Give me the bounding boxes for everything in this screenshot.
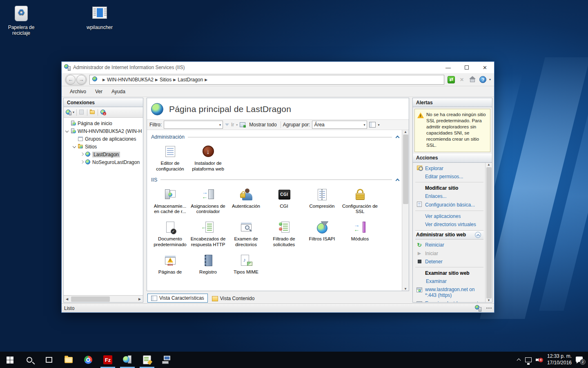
action-browse-lastdragon-443[interactable]: Examinar lastdragon.net on *:443 (https) <box>415 299 485 302</box>
tab-content-view[interactable]: Vista Contenido <box>209 294 258 303</box>
help-button[interactable]: ? <box>479 76 488 84</box>
connect-server-icon[interactable] <box>65 109 71 115</box>
scroll-down-icon[interactable]: ▼ <box>402 287 409 291</box>
start-button[interactable] <box>0 352 20 368</box>
breadcrumb-site[interactable]: LastDragon <box>178 77 203 83</box>
scroll-down-icon[interactable]: ▼ <box>486 298 492 302</box>
minimize-button[interactable]: — <box>439 62 457 73</box>
feature-logging[interactable]: Registro <box>189 250 227 278</box>
scrollbar-thumb[interactable] <box>71 296 110 302</box>
breadcrumb-sites[interactable]: Sitios <box>160 77 172 83</box>
breadcrumb[interactable]: ▶ WIN-HNVN0BUK5A2 ▶ Sitios ▶ LastDragon … <box>89 75 444 85</box>
feature-isapi-filters[interactable]: Filtros ISAPI <box>303 217 341 250</box>
desktop-icon-recycle-bin[interactable]: ♻ Papelera de reciclaje <box>2 3 41 36</box>
feature-authentication[interactable]: Autenticación <box>227 184 265 218</box>
installer-button[interactable] <box>157 352 176 368</box>
scroll-up-icon[interactable]: ▲ <box>486 163 492 166</box>
scrollbar-thumb[interactable] <box>403 135 408 204</box>
network-icon[interactable] <box>525 357 532 362</box>
go-button[interactable]: Ir <box>231 122 234 128</box>
disconnect-icon[interactable]: ✕ <box>100 109 106 115</box>
action-basic-settings[interactable]: Configuración básica... <box>415 200 485 209</box>
actions-scrollbar[interactable]: ▲ ▼ <box>485 163 492 302</box>
tree-item-start-page[interactable]: Página de inicio <box>64 119 143 127</box>
iis-manager-button[interactable] <box>118 352 137 368</box>
feature-cgi[interactable]: CGI CGI <box>265 184 303 218</box>
up-folder-icon[interactable] <box>89 109 96 115</box>
view-dropdown-icon[interactable]: ▾ <box>378 123 379 127</box>
feature-modules[interactable]: →← Módulos <box>341 217 379 250</box>
go-dropdown-icon[interactable]: ▾ <box>236 123 238 127</box>
collapse-chevron-icon[interactable] <box>80 153 84 156</box>
action-edit-permissions[interactable]: Editar permisos... <box>415 173 485 181</box>
scroll-up-icon[interactable]: ▲ <box>402 130 409 134</box>
speaker-muted-icon[interactable]: ✕ <box>536 357 543 363</box>
menu-help[interactable]: Ayuda <box>107 88 129 96</box>
group-by-select[interactable]: Área ▾ <box>312 121 367 129</box>
maximize-button[interactable] <box>457 62 476 73</box>
taskbar-clock[interactable]: 12:33 p. m. 17/10/2016 <box>547 353 572 366</box>
task-view-button[interactable] <box>39 352 59 368</box>
feature-http-response-headers[interactable]: ← Encabezados de respuesta HTTP <box>189 217 227 250</box>
manage-website-group[interactable]: Administrar sitio web <box>415 230 483 240</box>
search-button[interactable] <box>20 352 39 368</box>
tree-item-server[interactable]: WIN-HNVN0BUK5A2 (WIN-H <box>64 127 143 135</box>
chrome-button[interactable] <box>78 352 98 368</box>
action-view-applications[interactable]: Ver aplicaciones <box>415 212 485 220</box>
action-view-virtual-dirs[interactable]: Ver directorios virtuales <box>415 220 485 229</box>
action-stop[interactable]: Detener <box>415 258 485 266</box>
view-options-icon[interactable] <box>369 122 376 128</box>
refresh-button[interactable]: ⇄ <box>447 76 456 84</box>
collapse-chevron-icon[interactable] <box>80 160 84 164</box>
feature-directory-browsing[interactable]: Examen de directorios <box>227 217 265 250</box>
action-browse[interactable]: Examinar <box>415 277 485 285</box>
section-collapse-icon[interactable] <box>395 178 399 182</box>
feature-error-pages[interactable]: 404 Páginas de <box>151 250 189 278</box>
collapse-group-icon[interactable] <box>475 232 481 238</box>
connect-dropdown-icon[interactable]: ▾ <box>73 110 74 114</box>
expand-chevron-icon[interactable] <box>65 129 69 133</box>
filezilla-button[interactable]: Fz <box>98 352 118 368</box>
feature-mime-types[interactable]: ♪ Tipos MIME <box>227 250 265 278</box>
file-explorer-button[interactable] <box>59 352 78 368</box>
forward-button[interactable]: → <box>76 75 86 85</box>
action-browse-www-443[interactable]: www.lastdragon.net on *:443 (https) <box>415 285 485 299</box>
scrollbar-thumb[interactable] <box>486 167 492 298</box>
horizontal-scrollbar[interactable]: ◀ ▶ <box>64 295 143 302</box>
feature-handler-mappings[interactable]: →← Asignaciones de controlador <box>189 184 227 218</box>
home-button[interactable] <box>468 76 477 84</box>
feature-web-platform-installer[interactable]: ↓ Instalador de plataforma web <box>189 141 227 175</box>
tree-item-lastdragon[interactable]: LastDragon <box>64 150 143 158</box>
feature-ssl-settings[interactable]: Configuración de SSL <box>341 184 379 218</box>
action-explore[interactable]: Explorar <box>415 164 485 173</box>
action-restart[interactable]: ↻Reiniciar <box>415 240 485 249</box>
breadcrumb-server[interactable]: WIN-HNVN0BUK5A2 <box>107 77 154 83</box>
feature-request-filtering[interactable]: Filtrado de solicitudes <box>265 217 303 250</box>
tree-item-app-pools[interactable]: Grupos de aplicaciones <box>64 135 143 143</box>
tree-item-sites[interactable]: Sitios <box>64 143 143 150</box>
action-bindings[interactable]: Enlaces... <box>415 192 485 200</box>
tab-features-view[interactable]: Vista Características <box>147 294 208 303</box>
menu-view[interactable]: Ver <box>91 88 107 96</box>
notepad-button[interactable] <box>137 352 157 368</box>
help-dropdown-icon[interactable]: ▾ <box>489 78 491 81</box>
resize-grip[interactable] <box>486 307 492 309</box>
desktop-icon-wpilauncher[interactable]: wpilauncher <box>80 3 119 30</box>
scroll-left-icon[interactable]: ◀ <box>64 297 70 301</box>
title-bar[interactable]: Administrador de Internet Information Se… <box>62 62 494 73</box>
menu-file[interactable]: Archivo <box>66 88 90 96</box>
notification-center-button[interactable]: 2 <box>576 356 584 364</box>
section-collapse-icon[interactable] <box>395 135 399 139</box>
close-button[interactable]: ✕ <box>476 62 494 73</box>
feature-output-caching[interactable]: Almacenamie... en caché de r... <box>151 184 189 218</box>
feature-config-editor[interactable]: Editor de configuración <box>151 141 189 175</box>
feature-compression[interactable]: Compresión <box>303 184 341 218</box>
vertical-scrollbar[interactable]: ▲ ▼ <box>402 130 409 291</box>
tray-expand-icon[interactable] <box>517 358 521 362</box>
filter-input[interactable]: ▾ <box>164 121 223 129</box>
tree-item-noseguro[interactable]: NoSeguroLastDragon <box>64 158 143 166</box>
expand-chevron-icon[interactable] <box>73 145 76 148</box>
back-button[interactable]: ← <box>66 75 76 85</box>
feature-default-document[interactable]: ✓ Documento predeterminado <box>151 217 189 250</box>
scroll-right-icon[interactable]: ▶ <box>136 297 143 301</box>
